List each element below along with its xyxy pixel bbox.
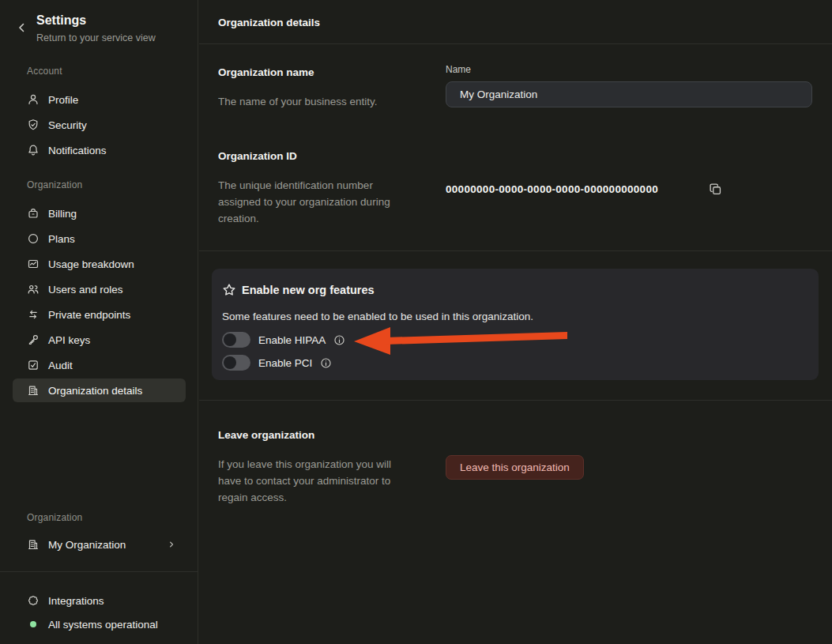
integrations-label: Integrations <box>48 595 104 607</box>
sidebar-item-label: Notifications <box>48 145 107 156</box>
org-id-heading: Organization ID <box>218 149 297 163</box>
leave-organization-button[interactable]: Leave this organization <box>446 455 584 480</box>
status-dot-icon <box>30 621 36 627</box>
sidebar-item-integrations[interactable]: Integrations <box>13 589 186 612</box>
building-icon <box>27 538 40 551</box>
chevron-left-icon <box>16 21 28 34</box>
sidebar-item-label: Security <box>48 119 87 131</box>
sidebar-item-security[interactable]: Security <box>13 113 186 137</box>
sidebar-item-label: Private endpoints <box>48 309 130 321</box>
leave-org-heading: Leave organization <box>218 428 314 442</box>
bell-icon <box>27 144 40 156</box>
building-icon <box>27 384 40 397</box>
org-name-input[interactable] <box>446 81 812 107</box>
org-switcher-label: My Organization <box>48 539 126 551</box>
audit-icon <box>27 359 40 371</box>
toggle-label: Enable PCI <box>258 357 312 369</box>
sidebar-item-organization-details[interactable]: Organization details <box>13 378 186 402</box>
settings-sidebar: Settings Return to your service view Acc… <box>0 0 198 644</box>
leave-org-description: If you leave this organization you will … <box>218 456 412 506</box>
sidebar-item-usage-breakdown[interactable]: Usage breakdown <box>13 252 186 276</box>
copy-icon <box>709 183 722 196</box>
sidebar-item-label: Billing <box>48 208 77 220</box>
section-label-organization: Organization <box>27 179 82 190</box>
flower-icon <box>27 594 40 607</box>
wallet-icon <box>27 207 40 220</box>
org-switcher[interactable]: My Organization <box>13 533 186 556</box>
toggle-label: Enable HIPAA <box>258 334 326 346</box>
sidebar-item-label: Organization details <box>48 385 142 397</box>
enable-pci-toggle[interactable] <box>222 355 250 371</box>
name-field-label: Name <box>446 64 471 75</box>
sidebar-item-label: Usage breakdown <box>48 258 134 270</box>
swap-arrows-icon <box>27 308 40 321</box>
sidebar-item-notifications[interactable]: Notifications <box>13 138 186 162</box>
section-label-organization-switcher: Organization <box>27 512 82 523</box>
usage-chart-icon <box>27 258 40 270</box>
info-icon[interactable] <box>320 357 332 369</box>
features-card-description: Some features need to be enabled to be u… <box>222 308 533 325</box>
sidebar-item-label: API keys <box>48 334 90 346</box>
sidebar-item-plans[interactable]: Plans <box>13 227 186 250</box>
org-name-description: The name of your business entity. <box>218 93 414 110</box>
copy-button[interactable] <box>709 183 722 196</box>
users-icon <box>27 283 40 296</box>
org-id-description: The unique identification number assigne… <box>218 177 412 227</box>
toggle-knob <box>224 333 236 346</box>
divider <box>0 571 198 572</box>
sidebar-item-api-keys[interactable]: API keys <box>13 328 186 352</box>
shield-check-icon <box>27 119 40 131</box>
page-title: Organization details <box>218 16 320 29</box>
pci-toggle-row: Enable PCI <box>222 355 332 371</box>
section-label-account: Account <box>27 66 62 77</box>
enable-hipaa-toggle[interactable] <box>222 332 250 348</box>
user-icon <box>27 93 40 106</box>
status-label: All systems operational <box>48 619 158 631</box>
sidebar-item-label: Audit <box>48 360 73 371</box>
key-icon <box>27 333 40 346</box>
divider <box>199 250 832 251</box>
sidebar-item-billing[interactable]: Billing <box>13 201 186 225</box>
chevron-right-icon <box>167 540 176 549</box>
sidebar-item-label: Plans <box>48 233 75 245</box>
sidebar-title[interactable]: Settings <box>36 13 86 28</box>
sidebar-item-label: Users and roles <box>48 284 123 296</box>
features-card-title: Enable new org features <box>242 284 375 297</box>
star-icon <box>222 283 236 297</box>
circle-icon <box>27 232 40 245</box>
back-button[interactable] <box>16 21 30 36</box>
sidebar-item-label: Profile <box>48 94 78 106</box>
enable-features-card: Enable new org features Some features ne… <box>212 269 819 380</box>
system-status-link[interactable]: All systems operational <box>13 612 186 636</box>
info-icon[interactable] <box>333 334 345 346</box>
hipaa-toggle-row: Enable HIPAA <box>222 332 345 348</box>
org-name-heading: Organization name <box>218 66 314 79</box>
divider <box>199 43 832 44</box>
org-id-value: 00000000-0000-0000-0000-000000000000 <box>446 183 658 195</box>
toggle-knob <box>224 356 236 369</box>
sidebar-item-profile[interactable]: Profile <box>13 88 186 111</box>
sidebar-item-private-endpoints[interactable]: Private endpoints <box>13 303 186 326</box>
sidebar-item-audit[interactable]: Audit <box>13 353 186 377</box>
sidebar-item-users-and-roles[interactable]: Users and roles <box>13 277 186 301</box>
sidebar-subtitle[interactable]: Return to your service view <box>36 32 156 43</box>
divider <box>199 400 832 401</box>
